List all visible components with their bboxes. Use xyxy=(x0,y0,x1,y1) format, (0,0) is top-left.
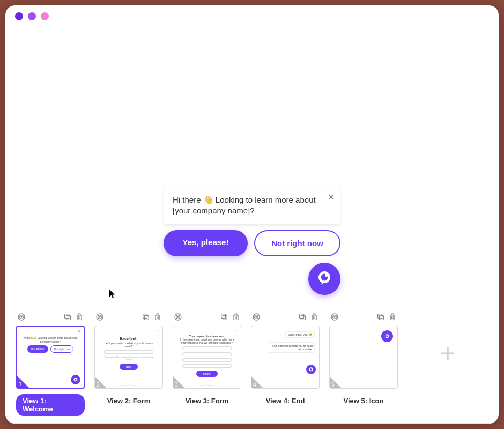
svg-rect-17 xyxy=(155,315,160,320)
view-thumbnail-3[interactable]: ×Your request has been sent.In the meant… xyxy=(173,326,241,389)
view-column-5: 5View 5: Icon xyxy=(329,313,398,408)
view-label-4[interactable]: View 4: End xyxy=(260,394,312,408)
cursor-icon xyxy=(109,289,116,301)
svg-point-35 xyxy=(334,316,335,317)
svg-rect-21 xyxy=(223,315,227,320)
trash-icon[interactable] xyxy=(310,313,318,323)
svg-rect-15 xyxy=(144,315,149,320)
duplicate-icon[interactable] xyxy=(142,313,150,323)
svg-rect-29 xyxy=(312,315,316,320)
window-dot-1 xyxy=(15,12,23,20)
view-tools xyxy=(16,313,85,326)
view-label-5[interactable]: View 5: Icon xyxy=(337,394,390,408)
svg-rect-23 xyxy=(234,315,238,320)
duplicate-icon[interactable] xyxy=(298,313,307,323)
views-strip: ×Hi there 👋 Looking to learn more about … xyxy=(5,308,499,424)
svg-rect-6 xyxy=(66,315,70,320)
chat-bubble: ✕ Hi there 👋 Looking to learn more about… xyxy=(164,187,340,225)
duplicate-icon[interactable] xyxy=(376,313,385,323)
target-icon[interactable] xyxy=(330,313,339,323)
svg-rect-22 xyxy=(221,314,226,319)
view-thumbnail-4[interactable]: Done, thank you! 🤗Our team will contact … xyxy=(251,326,320,389)
window-dot-3 xyxy=(41,12,49,20)
window-dot-2 xyxy=(28,12,36,20)
chat-button-row: Yes, please! Not right now xyxy=(164,230,340,256)
svg-rect-7 xyxy=(65,314,69,319)
view-label-3[interactable]: View 3: Form xyxy=(179,394,235,408)
trash-icon[interactable] xyxy=(232,313,240,323)
view-tools xyxy=(329,313,398,326)
view-column-3: ×Your request has been sent.In the meant… xyxy=(173,313,241,408)
yes-please-button[interactable]: Yes, please! xyxy=(164,230,248,256)
view-label-1[interactable]: View 1: Welcome xyxy=(16,394,85,416)
view-thumbnail-2[interactable]: ×Excellent!Let's get started :) What is … xyxy=(94,326,163,389)
duplicate-icon[interactable] xyxy=(63,313,72,323)
chat-widget: ✕ Hi there 👋 Looking to learn more about… xyxy=(164,187,340,295)
target-icon[interactable] xyxy=(174,313,182,323)
view-thumbnail-5[interactable]: 5 xyxy=(329,326,398,389)
svg-point-11 xyxy=(76,379,77,380)
svg-rect-8 xyxy=(77,315,81,320)
duplicate-icon[interactable] xyxy=(220,313,228,323)
svg-point-32 xyxy=(311,368,312,369)
view-column-4: Done, thank you! 🤗Our team will contact … xyxy=(251,313,320,408)
preview-canvas: ✕ Hi there 👋 Looking to learn more about… xyxy=(16,27,488,308)
svg-rect-36 xyxy=(379,315,383,320)
chat-launcher-button[interactable] xyxy=(308,263,340,295)
view-column-2: ×Excellent!Let's get started :) What is … xyxy=(94,313,163,408)
view-tools xyxy=(94,313,163,326)
close-icon[interactable]: ✕ xyxy=(328,191,335,203)
svg-point-26 xyxy=(256,316,257,317)
svg-point-5 xyxy=(21,316,22,317)
target-icon[interactable] xyxy=(95,313,104,323)
window-titlebar xyxy=(5,5,499,27)
target-icon[interactable] xyxy=(17,313,26,323)
not-right-now-button[interactable]: Not right now xyxy=(254,230,340,256)
add-view-button[interactable]: + xyxy=(440,338,455,368)
svg-rect-38 xyxy=(390,315,395,320)
view-column-1: ×Hi there 👋 Looking to learn more about … xyxy=(16,313,85,416)
svg-rect-37 xyxy=(378,314,382,319)
svg-point-14 xyxy=(99,316,100,317)
svg-rect-27 xyxy=(301,315,305,320)
view-tools xyxy=(173,313,241,326)
chat-bubble-icon xyxy=(316,269,333,289)
view-thumbnail-1[interactable]: ×Hi there 👋 Looking to learn more about … xyxy=(16,326,85,389)
svg-rect-28 xyxy=(300,314,304,319)
svg-rect-16 xyxy=(143,314,147,319)
trash-icon[interactable] xyxy=(388,313,397,323)
chat-message: Hi there 👋 Looking to learn more about [… xyxy=(173,195,316,215)
view-label-2[interactable]: View 2: Form xyxy=(101,394,157,408)
view-tools xyxy=(251,313,320,326)
svg-point-41 xyxy=(387,335,388,336)
trash-icon[interactable] xyxy=(153,313,162,323)
svg-point-2 xyxy=(325,273,328,277)
app-window: ✕ Hi there 👋 Looking to learn more about… xyxy=(5,5,499,424)
svg-point-20 xyxy=(177,316,179,317)
trash-icon[interactable] xyxy=(75,313,84,323)
target-icon[interactable] xyxy=(252,313,261,323)
